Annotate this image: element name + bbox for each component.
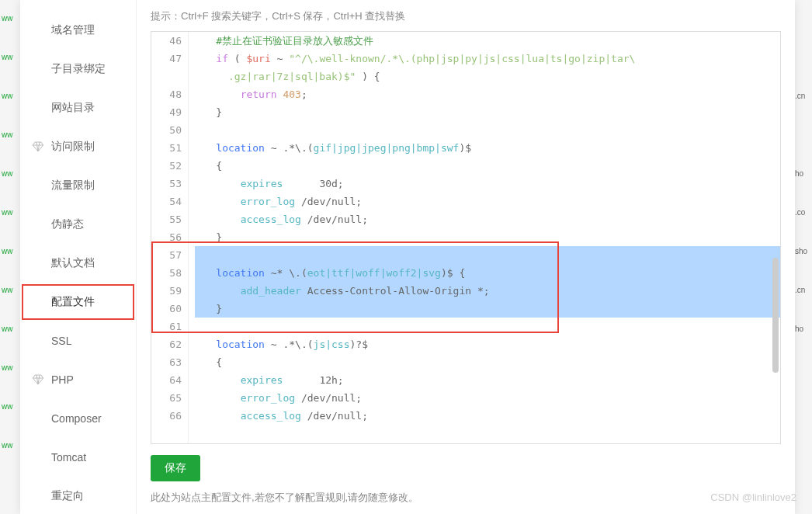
- config-warning-note: 此处为站点主配置文件,若您不了解配置规则,请勿随意修改。: [151, 491, 781, 505]
- sidebar-item-7[interactable]: 配置文件: [20, 283, 136, 321]
- line-number: 60: [151, 300, 188, 318]
- code-line[interactable]: location ~ .*\.(gif|jpg|jpeg|png|bmp|swf…: [192, 139, 780, 157]
- code-line[interactable]: expires 12h;: [192, 371, 780, 389]
- sidebar-item-label: 伪静态: [51, 217, 84, 231]
- line-number-gutter: 4647484950515253545556575859606162636465…: [151, 32, 189, 443]
- watermark: CSDN @linlinlove2: [710, 491, 796, 503]
- sidebar-item-label: 域名管理: [51, 23, 95, 37]
- sidebar-item-label: 配置文件: [51, 295, 95, 309]
- code-line[interactable]: expires 30d;: [192, 175, 780, 193]
- sidebar-item-label: 重定向: [51, 489, 84, 503]
- sidebar-item-label: 流量限制: [51, 179, 95, 193]
- line-number: 54: [151, 193, 188, 210]
- line-number: 55: [151, 210, 188, 228]
- sidebar-item-2[interactable]: 网站目录: [20, 89, 136, 127]
- save-button[interactable]: 保存: [151, 455, 200, 481]
- line-number: 50: [151, 121, 188, 139]
- line-number: 58: [151, 264, 188, 282]
- diamond-icon: [31, 140, 45, 154]
- code-line[interactable]: [192, 246, 780, 264]
- line-number: 59: [151, 282, 188, 300]
- line-number: 48: [151, 85, 188, 103]
- code-line[interactable]: location ~ .*\.(js|css)?$: [192, 335, 780, 353]
- line-number: 66: [151, 407, 188, 425]
- sidebar-item-4[interactable]: 流量限制: [20, 166, 136, 205]
- code-editor[interactable]: 4647484950515253545556575859606162636465…: [151, 31, 781, 444]
- sidebar: 域名管理子目录绑定网站目录访问限制流量限制伪静态默认文档配置文件SSLPHPCo…: [20, 0, 137, 514]
- editor-hint: 提示：Ctrl+F 搜索关键字，Ctrl+S 保存，Ctrl+H 查找替换: [151, 0, 781, 31]
- sidebar-item-label: Composer: [51, 412, 102, 425]
- sidebar-item-1[interactable]: 子目录绑定: [20, 50, 136, 89]
- code-line[interactable]: {: [192, 157, 780, 175]
- background-left-column: wwwwwwwwwwwwwwwwwwwwwwww: [0, 0, 19, 514]
- line-number: 57: [151, 246, 188, 264]
- sidebar-item-label: SSL: [51, 335, 71, 347]
- line-number: 51: [151, 139, 188, 157]
- line-number: 62: [151, 335, 188, 353]
- code-line[interactable]: #禁止在证书验证目录放入敏感文件: [192, 32, 780, 50]
- sidebar-item-8[interactable]: SSL: [20, 321, 136, 360]
- sidebar-item-9[interactable]: PHP: [20, 360, 136, 399]
- code-line[interactable]: if ( $uri ~ "^/\.well-known/.*\.(php|jsp…: [192, 50, 780, 85]
- code-line[interactable]: error_log /dev/null;: [192, 389, 780, 407]
- sidebar-item-label: 默认文档: [51, 256, 95, 270]
- background-right-column: .cnho.cosho.cnho: [795, 0, 812, 514]
- code-line[interactable]: access_log /dev/null;: [192, 407, 780, 425]
- sidebar-item-11[interactable]: Tomcat: [20, 438, 136, 477]
- sidebar-item-label: 访问限制: [51, 140, 95, 154]
- code-line[interactable]: error_log /dev/null;: [192, 193, 780, 210]
- code-line[interactable]: }: [192, 103, 780, 121]
- diamond-icon: [31, 373, 45, 387]
- sidebar-item-label: PHP: [51, 373, 74, 386]
- code-line[interactable]: }: [192, 300, 780, 318]
- line-number: 63: [151, 353, 188, 371]
- code-line[interactable]: add_header Access-Control-Allow-Origin *…: [192, 282, 780, 300]
- code-line[interactable]: access_log /dev/null;: [192, 210, 780, 228]
- settings-panel: 域名管理子目录绑定网站目录访问限制流量限制伪静态默认文档配置文件SSLPHPCo…: [20, 0, 795, 514]
- code-line[interactable]: }: [192, 228, 780, 246]
- sidebar-item-10[interactable]: Composer: [20, 399, 136, 438]
- code-line[interactable]: {: [192, 353, 780, 371]
- sidebar-item-label: 子目录绑定: [51, 62, 106, 76]
- line-number: 46: [151, 32, 188, 50]
- line-number: 47: [151, 50, 188, 85]
- line-number: 56: [151, 228, 188, 246]
- sidebar-item-label: 网站目录: [51, 101, 95, 115]
- line-number: 64: [151, 371, 188, 389]
- main-content: 提示：Ctrl+F 搜索关键字，Ctrl+S 保存，Ctrl+H 查找替换 46…: [137, 0, 795, 514]
- sidebar-item-12[interactable]: 重定向: [20, 477, 136, 514]
- line-number: 61: [151, 318, 188, 335]
- code-line[interactable]: location ~* \.(eot|ttf|woff|woff2|svg)$ …: [192, 264, 780, 282]
- code-line[interactable]: [192, 121, 780, 139]
- sidebar-item-3[interactable]: 访问限制: [20, 127, 136, 166]
- code-area[interactable]: #禁止在证书验证目录放入敏感文件 if ( $uri ~ "^/\.well-k…: [189, 32, 780, 443]
- sidebar-item-0[interactable]: 域名管理: [20, 11, 136, 50]
- code-line[interactable]: return 403;: [192, 85, 780, 103]
- sidebar-item-5[interactable]: 伪静态: [20, 205, 136, 244]
- code-line[interactable]: [192, 318, 780, 335]
- line-number: 65: [151, 389, 188, 407]
- line-number: 49: [151, 103, 188, 121]
- sidebar-item-label: Tomcat: [51, 451, 86, 464]
- line-number: 53: [151, 175, 188, 193]
- line-number: 52: [151, 157, 188, 175]
- sidebar-item-6[interactable]: 默认文档: [20, 244, 136, 283]
